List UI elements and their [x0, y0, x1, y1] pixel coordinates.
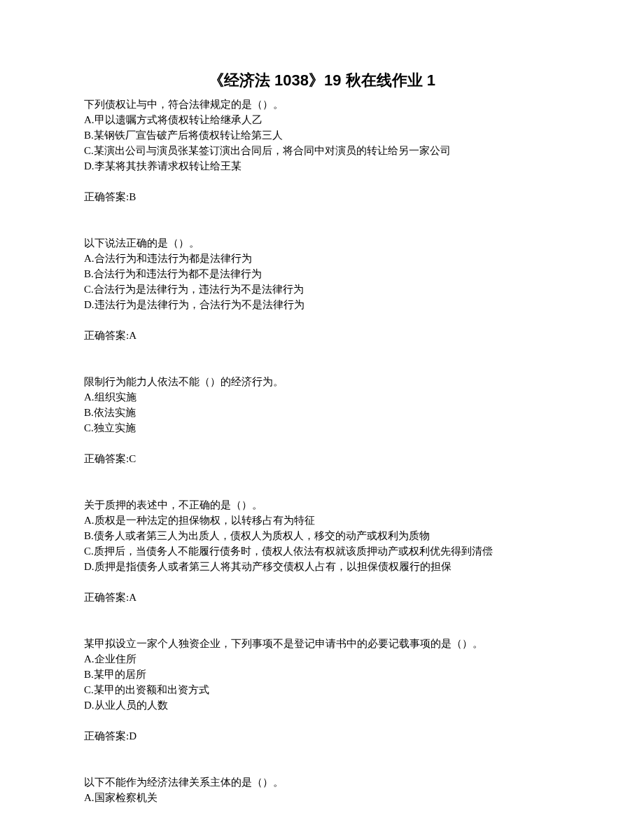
answer-text: 正确答案:C [84, 451, 560, 466]
option-a: A.国家检察机关 [84, 790, 560, 805]
option-b: B.依法实施 [84, 405, 560, 420]
question-stem: 关于质押的表述中，不正确的是（）。 [84, 497, 560, 513]
document-page: 《经济法 1038》19 秋在线作业 1 下列债权让与中，符合法律规定的是（）。… [0, 0, 644, 834]
option-b: B.债务人或者第三人为出质人，债权人为质权人，移交的动产或权利为质物 [84, 528, 560, 543]
option-a: A.组织实施 [84, 389, 560, 405]
spacer [84, 359, 560, 374]
answer-text: 正确答案:D [84, 728, 560, 744]
option-d: D.从业人员的人数 [84, 697, 560, 713]
spacer [84, 220, 560, 235]
option-a: A.企业住所 [84, 651, 560, 667]
page-title: 《经济法 1038》19 秋在线作业 1 [84, 70, 560, 91]
option-d: D.质押是指债务人或者第三人将其动产移交债权人占有，以担保债权履行的担保 [84, 559, 560, 574]
question-4: 关于质押的表述中，不正确的是（）。 A.质权是一种法定的担保物权，以转移占有为特… [84, 497, 560, 605]
option-b: B.某甲的居所 [84, 667, 560, 682]
question-stem: 某甲拟设立一家个人独资企业，下列事项不是登记申请书中的必要记载事项的是（）。 [84, 636, 560, 651]
option-d: D.李某将其扶养请求权转让给王某 [84, 158, 560, 174]
spacer [84, 482, 560, 497]
option-c: C.独立实施 [84, 420, 560, 436]
question-stem: 限制行为能力人依法不能（）的经济行为。 [84, 374, 560, 389]
option-d: D.违法行为是法律行为，合法行为不是法律行为 [84, 297, 560, 312]
option-a: A.甲以遗嘱方式将债权转让给继承人乙 [84, 112, 560, 127]
question-stem: 以下说法正确的是（）。 [84, 235, 560, 251]
question-stem: 以下不能作为经济法律关系主体的是（）。 [84, 774, 560, 790]
question-5: 某甲拟设立一家个人独资企业，下列事项不是登记申请书中的必要记载事项的是（）。 A… [84, 636, 560, 744]
option-a: A.质权是一种法定的担保物权，以转移占有为特征 [84, 513, 560, 528]
option-c: C.某演出公司与演员张某签订演出合同后，将合同中对演员的转让给另一家公司 [84, 143, 560, 158]
answer-text: 正确答案:A [84, 328, 560, 343]
question-6: 以下不能作为经济法律关系主体的是（）。 A.国家检察机关 [84, 774, 560, 805]
option-c: C.质押后，当债务人不能履行债务时，债权人依法有权就该质押动产或权利优先得到清偿 [84, 543, 560, 559]
option-b: B.某钢铁厂宣告破产后将债权转让给第三人 [84, 127, 560, 143]
option-a: A.合法行为和违法行为都是法律行为 [84, 251, 560, 266]
answer-text: 正确答案:B [84, 189, 560, 204]
question-1: 下列债权让与中，符合法律规定的是（）。 A.甲以遗嘱方式将债权转让给继承人乙 B… [84, 97, 560, 204]
question-3: 限制行为能力人依法不能（）的经济行为。 A.组织实施 B.依法实施 C.独立实施… [84, 374, 560, 466]
answer-text: 正确答案:A [84, 590, 560, 605]
question-2: 以下说法正确的是（）。 A.合法行为和违法行为都是法律行为 B.合法行为和违法行… [84, 235, 560, 343]
spacer [84, 620, 560, 636]
option-c: C.合法行为是法律行为，违法行为不是法律行为 [84, 282, 560, 297]
option-b: B.合法行为和违法行为都不是法律行为 [84, 266, 560, 282]
spacer [84, 759, 560, 774]
option-c: C.某甲的出资额和出资方式 [84, 682, 560, 697]
question-stem: 下列债权让与中，符合法律规定的是（）。 [84, 97, 560, 112]
